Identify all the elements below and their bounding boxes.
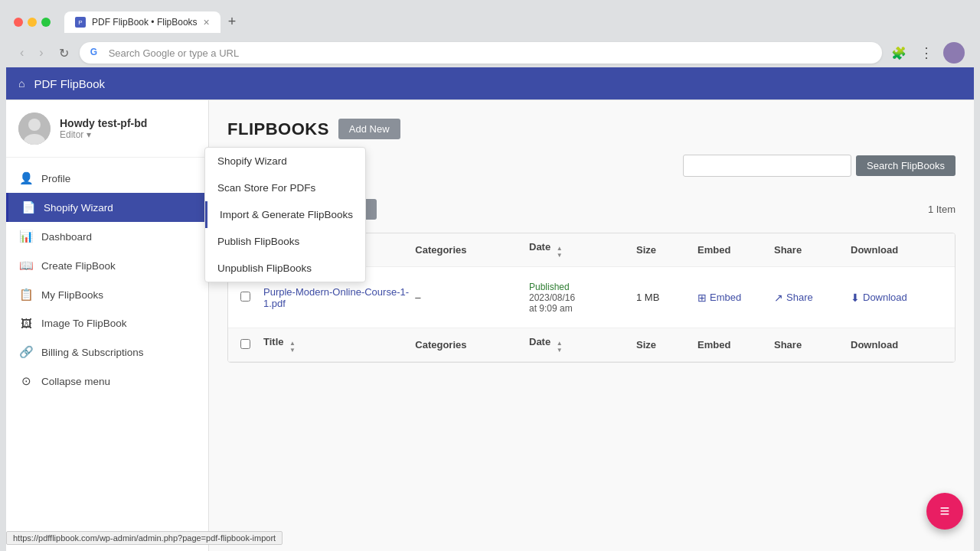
header-size: Size bbox=[636, 244, 697, 256]
dropdown-item-label: Publish FlipBooks bbox=[217, 236, 299, 247]
footer-title: Title ▲▼ bbox=[263, 336, 415, 354]
sidebar-item-label: Image To FlipBook bbox=[41, 318, 127, 329]
sidebar-item-collapse[interactable]: ⊙ Collapse menu bbox=[6, 367, 208, 396]
header-download: Download bbox=[851, 244, 942, 256]
embed-label: Embed bbox=[710, 292, 741, 303]
row-check bbox=[240, 292, 263, 304]
footer-date-sort[interactable]: ▲▼ bbox=[557, 341, 563, 354]
my-flipbooks-icon: 📋 bbox=[18, 288, 34, 302]
download-icon: ⬇ bbox=[851, 292, 860, 304]
active-tab[interactable]: P PDF FlipBook • FlipBooks × bbox=[64, 11, 220, 33]
share-icon: ↗ bbox=[774, 292, 783, 304]
sidebar-item-shopify-wizard[interactable]: 📄 Shopify Wizard bbox=[6, 193, 208, 222]
sidebar-item-label: Profile bbox=[41, 173, 70, 184]
header-embed: Embed bbox=[697, 244, 774, 256]
footer-size: Size bbox=[636, 339, 697, 350]
sidebar: Howdy test-pf-bd Editor ▾ 👤 Profile 📄 Sh… bbox=[6, 100, 209, 551]
file-title-link[interactable]: Purple-Modern-Online-Course-1-1.pdf bbox=[263, 286, 409, 309]
footer-date: Date ▲▼ bbox=[529, 336, 636, 354]
dropdown-item-import-generate[interactable]: Import & Generate FlipBooks bbox=[205, 201, 365, 228]
extensions-button[interactable]: 🧩 bbox=[888, 42, 910, 64]
image-flipbook-icon: 🖼 bbox=[18, 317, 34, 330]
sidebar-item-create-flipbook[interactable]: 📖 Create FlipBook bbox=[6, 251, 208, 280]
date-sort[interactable]: ▲▼ bbox=[557, 246, 563, 259]
sidebar-item-dashboard[interactable]: 📊 Dashboard bbox=[6, 222, 208, 251]
tab-favicon: P bbox=[75, 17, 86, 28]
dropdown-item-label: Unpublish FlipBooks bbox=[217, 262, 312, 274]
row-size: 1 MB bbox=[636, 292, 697, 303]
row-checkbox[interactable] bbox=[240, 292, 250, 302]
browser-menu-button[interactable]: ⋮ bbox=[916, 42, 937, 64]
address-text: Search Google or type a URL bbox=[109, 47, 240, 59]
sidebar-menu: 👤 Profile 📄 Shopify Wizard 📊 Dashboard 📖… bbox=[6, 158, 208, 402]
download-button[interactable]: ⬇ Download bbox=[851, 292, 942, 304]
dropdown-item-shopify-wizard[interactable]: Shopify Wizard bbox=[205, 148, 365, 174]
row-date: Published 2023/08/16 at 9:09 am bbox=[529, 282, 636, 314]
create-flipbook-icon: 📖 bbox=[18, 259, 34, 272]
sidebar-item-my-flipbooks[interactable]: 📋 My FlipBooks bbox=[6, 280, 208, 309]
svg-point-1 bbox=[28, 119, 41, 131]
user-role: Editor ▾ bbox=[60, 129, 147, 140]
sidebar-item-billing[interactable]: 🔗 Billing & Subscriptions bbox=[6, 337, 208, 367]
dashboard-icon: 📊 bbox=[18, 230, 34, 243]
fab-button[interactable]: ≡ bbox=[926, 493, 963, 530]
toolbar-actions: 🧩 ⋮ bbox=[888, 42, 965, 64]
back-button[interactable]: ‹ bbox=[15, 43, 28, 63]
table-footer: Title ▲▼ Categories Date ▲▼ Size Embed bbox=[228, 328, 955, 362]
sidebar-item-image-to-flipbook[interactable]: 🖼 Image To FlipBook bbox=[6, 309, 208, 337]
new-tab-button[interactable]: + bbox=[222, 11, 243, 33]
profile-icon: 👤 bbox=[18, 171, 34, 185]
close-window-button[interactable] bbox=[14, 18, 23, 27]
share-button[interactable]: ↗ Share bbox=[774, 292, 851, 304]
sidebar-item-profile[interactable]: 👤 Profile bbox=[6, 164, 208, 193]
google-icon: G bbox=[90, 47, 103, 59]
footer-checkbox[interactable] bbox=[240, 339, 250, 349]
row-time-value: at 9:09 am bbox=[529, 303, 636, 314]
dropdown-item-unpublish[interactable]: Unpublish FlipBooks bbox=[205, 255, 365, 282]
home-icon: ⌂ bbox=[18, 77, 24, 90]
page-header: FLIPBOOKS Add New bbox=[227, 119, 956, 139]
footer-embed: Embed bbox=[697, 339, 774, 350]
dropdown-item-label: Import & Generate FlipBooks bbox=[220, 209, 353, 220]
address-bar[interactable]: G Search Google or type a URL bbox=[80, 42, 882, 64]
header-categories: Categories bbox=[415, 244, 529, 256]
dropdown-item-label: Shopify Wizard bbox=[217, 155, 287, 167]
row-categories: – bbox=[415, 292, 529, 303]
tab-title: PDF FlipBook • FlipBooks bbox=[92, 17, 198, 28]
app-topbar: ⌂ PDF FlipBook bbox=[6, 67, 974, 99]
embed-button[interactable]: ⊞ Embed bbox=[697, 292, 774, 304]
minimize-window-button[interactable] bbox=[28, 18, 37, 27]
download-label: Download bbox=[863, 292, 907, 303]
published-badge: Published bbox=[529, 282, 636, 292]
role-dropdown-icon[interactable]: ▾ bbox=[87, 129, 91, 140]
browser-tabs: P PDF FlipBook • FlipBooks × + bbox=[64, 11, 242, 33]
chrome-profile-avatar[interactable] bbox=[943, 42, 965, 64]
sidebar-item-label: Dashboard bbox=[41, 231, 92, 243]
dropdown-item-label: Scan Store For PDFs bbox=[217, 182, 315, 194]
forward-button[interactable]: › bbox=[34, 43, 47, 63]
search-input[interactable] bbox=[683, 155, 851, 177]
sidebar-item-label: Billing & Subscriptions bbox=[41, 347, 144, 358]
tab-close-button[interactable]: × bbox=[204, 16, 210, 28]
reload-button[interactable]: ↻ bbox=[54, 43, 74, 64]
footer-check bbox=[240, 339, 263, 351]
embed-icon: ⊞ bbox=[697, 292, 707, 304]
maximize-window-button[interactable] bbox=[41, 18, 51, 27]
share-label: Share bbox=[786, 292, 813, 303]
user-name: Howdy test-pf-bd bbox=[60, 117, 147, 129]
search-flipbooks-button[interactable]: Search FlipBooks bbox=[856, 155, 956, 176]
footer-download: Download bbox=[851, 339, 942, 350]
sidebar-item-label: Create FlipBook bbox=[41, 260, 116, 272]
add-new-button[interactable]: Add New bbox=[338, 119, 400, 139]
row-date-value: 2023/08/16 bbox=[529, 292, 636, 303]
footer-share: Share bbox=[774, 339, 851, 350]
sidebar-item-label: My FlipBooks bbox=[41, 289, 103, 301]
row-title: Purple-Modern-Online-Course-1-1.pdf bbox=[263, 286, 415, 309]
shopify-wizard-icon: 📄 bbox=[21, 201, 36, 214]
footer-title-sort[interactable]: ▲▼ bbox=[289, 341, 296, 354]
topbar-title: PDF FlipBook bbox=[34, 77, 105, 90]
row-embed: ⊞ Embed bbox=[697, 292, 774, 304]
dropdown-item-scan-store[interactable]: Scan Store For PDFs bbox=[205, 174, 365, 201]
row-download: ⬇ Download bbox=[851, 292, 942, 304]
dropdown-item-publish[interactable]: Publish FlipBooks bbox=[205, 228, 365, 255]
